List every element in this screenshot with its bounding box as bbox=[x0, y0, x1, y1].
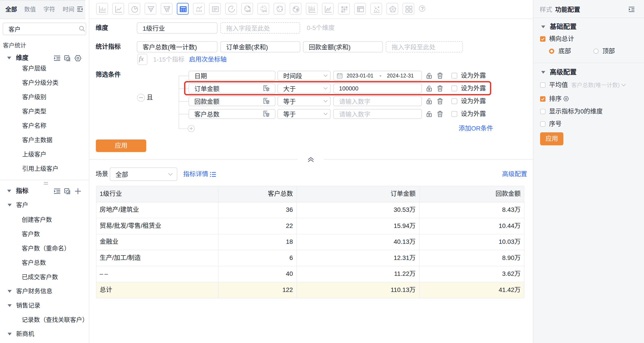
svg-text:CN: CN bbox=[262, 10, 267, 13]
svg-text:CN: CN bbox=[246, 10, 251, 13]
